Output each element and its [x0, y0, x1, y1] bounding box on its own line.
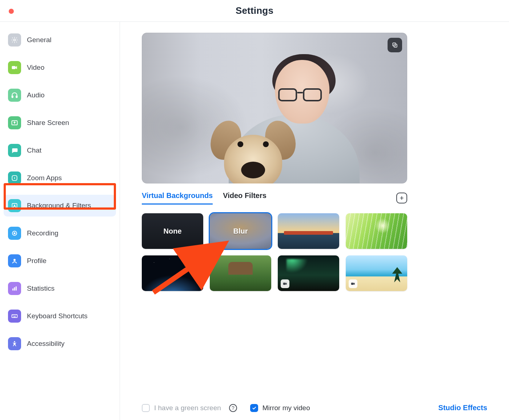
sidebar-item-label: Keyboard Shortcuts: [27, 312, 88, 320]
svg-point-8: [14, 205, 15, 206]
virtual-backgrounds-grid: None Blur: [142, 213, 407, 291]
svg-rect-12: [12, 288, 13, 291]
sidebar-item-label: Zoom Apps: [27, 174, 62, 182]
background-option-label: Blur: [210, 213, 271, 249]
svg-point-20: [14, 341, 15, 343]
sidebar-item-accessibility[interactable]: Accessibility: [4, 333, 116, 355]
svg-rect-23: [283, 283, 286, 285]
svg-rect-14: [16, 286, 17, 291]
sidebar-item-general[interactable]: General: [4, 29, 116, 51]
sidebar-item-label: General: [27, 36, 52, 44]
settings-sidebar: General Video Audio Share Screen: [0, 22, 120, 420]
video-icon: [8, 61, 21, 74]
apps-icon: [8, 171, 21, 185]
checkbox-icon: [250, 404, 258, 412]
svg-point-16: [13, 315, 13, 316]
accessibility-icon: [8, 337, 21, 350]
keyboard-icon: [8, 310, 21, 323]
sidebar-item-label: Profile: [27, 257, 47, 265]
svg-point-11: [13, 259, 16, 261]
svg-rect-1: [12, 66, 16, 69]
sidebar-item-label: Audio: [27, 91, 45, 99]
titlebar: Settings: [0, 0, 509, 22]
svg-rect-15: [12, 315, 17, 318]
gear-icon: [8, 33, 21, 47]
background-option-label: [278, 213, 339, 249]
background-option-earth[interactable]: [142, 255, 203, 291]
sidebar-item-audio[interactable]: Audio: [4, 84, 116, 106]
svg-point-10: [14, 233, 16, 234]
sidebar-item-label: Background & Filters: [27, 202, 91, 210]
svg-point-17: [14, 315, 15, 316]
sidebar-item-recording[interactable]: Recording: [4, 222, 116, 244]
svg-point-6: [14, 177, 15, 178]
profile-icon: [8, 254, 21, 267]
background-option-golden-gate[interactable]: [278, 213, 339, 249]
rotate-camera-button[interactable]: [388, 38, 402, 52]
background-option-aurora[interactable]: [278, 255, 339, 291]
close-window-button[interactable]: [9, 9, 14, 14]
svg-rect-19: [13, 316, 16, 317]
camera-preview: [142, 33, 407, 183]
sidebar-item-chat[interactable]: Chat: [4, 140, 116, 161]
sidebar-item-label: Recording: [27, 229, 59, 237]
headphones-icon: [8, 89, 21, 102]
share-icon: [8, 116, 21, 129]
svg-point-18: [15, 315, 16, 316]
backgrounds-tabs-row: Virtual Backgrounds Video Filters: [142, 191, 407, 205]
backgrounds-footer: I have a green screen ? Mirror my video …: [142, 404, 487, 412]
sidebar-item-label: Chat: [27, 146, 41, 154]
sidebar-item-profile[interactable]: Profile: [4, 250, 116, 272]
green-screen-label: I have a green screen: [154, 404, 221, 412]
tab-virtual-backgrounds[interactable]: Virtual Backgrounds: [142, 191, 213, 205]
svg-point-0: [13, 39, 15, 41]
record-icon: [8, 227, 21, 240]
background-option-none[interactable]: None: [142, 213, 203, 249]
video-badge-icon: [281, 279, 289, 288]
sidebar-item-label: Video: [27, 64, 44, 72]
sidebar-item-zoom-apps[interactable]: Zoom Apps: [4, 167, 116, 189]
background-option-label: [210, 255, 271, 291]
mirror-video-checkbox[interactable]: Mirror my video: [250, 404, 310, 412]
background-option-label: [142, 255, 203, 291]
settings-panel-background-filters: Virtual Backgrounds Video Filters None B…: [120, 22, 509, 420]
bg-icon: [8, 199, 21, 212]
sidebar-item-statistics[interactable]: Statistics: [4, 278, 116, 299]
svg-rect-3: [16, 96, 17, 98]
window-title: Settings: [236, 5, 273, 16]
video-badge-icon: [349, 279, 357, 288]
checkbox-icon: [142, 404, 150, 412]
chat-icon: [8, 144, 21, 157]
sidebar-item-label: Accessibility: [27, 340, 64, 348]
background-option-jungle[interactable]: [210, 255, 271, 291]
tab-video-filters[interactable]: Video Filters: [223, 191, 266, 205]
mirror-video-label: Mirror my video: [262, 404, 310, 412]
sidebar-item-label: Statistics: [27, 284, 55, 292]
green-screen-help-icon[interactable]: ?: [229, 404, 237, 412]
background-option-label: [346, 213, 407, 249]
background-option-label: None: [142, 213, 203, 249]
studio-effects-link[interactable]: Studio Effects: [438, 404, 487, 412]
background-option-blur[interactable]: Blur: [210, 213, 271, 249]
sidebar-item-label: Share Screen: [27, 119, 69, 127]
background-option-grass[interactable]: [346, 213, 407, 249]
sidebar-item-keyboard-shortcuts[interactable]: Keyboard Shortcuts: [4, 305, 116, 327]
svg-rect-13: [14, 287, 15, 291]
sidebar-item-share-screen[interactable]: Share Screen: [4, 112, 116, 134]
svg-rect-2: [12, 96, 13, 98]
stats-icon: [8, 282, 21, 295]
add-background-button[interactable]: [396, 193, 407, 203]
sidebar-item-video[interactable]: Video: [4, 57, 116, 78]
svg-rect-24: [351, 283, 354, 285]
background-option-beach[interactable]: [346, 255, 407, 291]
green-screen-checkbox[interactable]: I have a green screen: [142, 404, 221, 412]
sidebar-item-background-filters[interactable]: Background & Filters: [4, 195, 116, 217]
preview-subject: [207, 53, 360, 183]
